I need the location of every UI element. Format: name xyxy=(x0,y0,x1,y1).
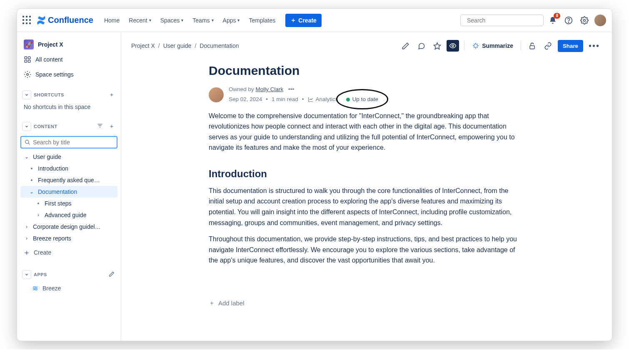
section-label: SHORTCUTS xyxy=(34,92,64,97)
svg-point-3 xyxy=(568,22,569,22)
divider xyxy=(464,41,464,50)
filter-icon xyxy=(97,123,103,129)
grid-icon xyxy=(24,56,31,63)
owner-avatar-icon[interactable] xyxy=(209,87,224,102)
tree-introduction[interactable]: • Introduction xyxy=(20,163,117,174)
status-label: Up to date xyxy=(352,95,378,104)
svg-rect-17 xyxy=(530,45,534,49)
page-byline: Owned by Molly Clark ••• Sep 02, 2024 • … xyxy=(209,85,525,105)
owner-more-button[interactable]: ••• xyxy=(288,86,294,92)
comment-button[interactable] xyxy=(415,40,427,52)
edit-button[interactable] xyxy=(399,40,412,52)
help-button[interactable] xyxy=(562,14,575,27)
chevron-right-icon: › xyxy=(23,224,30,230)
chevron-right-icon: › xyxy=(35,212,42,218)
edit-apps-button[interactable] xyxy=(107,271,116,278)
chevron-down-icon: ⌄ xyxy=(28,189,35,195)
owner-link[interactable]: Molly Clark xyxy=(256,86,284,92)
nav-templates[interactable]: Templates xyxy=(245,15,280,26)
app-breeze[interactable]: ≋ Breeze xyxy=(20,281,117,296)
help-icon xyxy=(564,16,573,25)
shortcuts-section-header: SHORTCUTS ＋ xyxy=(20,89,117,101)
nav-recent[interactable]: Recent▾ xyxy=(125,15,155,26)
copy-link-button[interactable] xyxy=(542,40,554,52)
tree-item-label: Documentation xyxy=(38,188,77,195)
section-label: APPS xyxy=(34,272,47,277)
nav-spaces[interactable]: Spaces▾ xyxy=(156,15,188,26)
sidebar: 🚀 Project X All content Space settings S… xyxy=(17,32,121,341)
tree-search[interactable] xyxy=(20,136,117,149)
collapse-toggle[interactable] xyxy=(22,90,31,99)
section-heading: Introduction xyxy=(209,168,525,180)
owned-by-prefix: Owned by xyxy=(229,86,256,92)
share-button[interactable]: Share xyxy=(558,40,583,52)
top-nav: Confluence Home Recent▾ Spaces▾ Teams▾ A… xyxy=(17,9,612,32)
create-button[interactable]: ＋ Create xyxy=(285,14,322,27)
bullet-icon: • xyxy=(28,165,35,172)
space-icon: 🚀 xyxy=(24,40,34,50)
sidebar-space-settings[interactable]: Space settings xyxy=(20,68,117,81)
tree-faq[interactable]: • Frequently asked que… xyxy=(20,174,117,186)
collapse-toggle[interactable] xyxy=(22,122,31,131)
settings-button[interactable] xyxy=(578,14,591,27)
chevron-down-icon: ⌄ xyxy=(23,154,30,160)
plus-icon: ＋ xyxy=(23,248,30,258)
tree-documentation[interactable]: ⌄ Documentation xyxy=(20,186,117,198)
nav-home[interactable]: Home xyxy=(100,15,124,26)
analytics-link[interactable]: Analytics xyxy=(308,95,338,104)
app-switcher-icon[interactable] xyxy=(22,15,32,25)
content-section-header: CONTENT ＋ xyxy=(20,120,117,133)
collapse-toggle[interactable] xyxy=(22,270,31,279)
pencil-icon xyxy=(402,42,409,50)
filter-button[interactable] xyxy=(96,123,104,130)
breadcrumb-current[interactable]: Documentation xyxy=(200,42,239,49)
tree-breeze-reports[interactable]: › Breeze reports xyxy=(20,233,117,244)
watch-button[interactable] xyxy=(447,40,459,52)
sidebar-all-content[interactable]: All content xyxy=(20,53,117,66)
global-search[interactable] xyxy=(460,15,544,26)
star-button[interactable] xyxy=(431,40,443,52)
svg-rect-8 xyxy=(28,60,30,62)
add-label-text: Add label xyxy=(218,300,245,307)
more-actions-button[interactable]: ••• xyxy=(587,41,602,51)
page-actions: Summarize Share ••• xyxy=(399,40,602,52)
notifications-button[interactable]: 8 xyxy=(546,14,559,27)
lock-open-icon xyxy=(528,42,536,50)
profile-button[interactable] xyxy=(594,14,607,27)
bullet-icon: • xyxy=(28,177,35,183)
sidebar-item-label: Space settings xyxy=(35,71,74,78)
tree-advanced-guide[interactable]: › Advanced guide xyxy=(20,209,117,221)
nav-apps[interactable]: Apps▾ xyxy=(219,15,244,26)
sidebar-create-button[interactable]: ＋ Create xyxy=(20,244,117,261)
main-content: Project X / User guide / Documentation xyxy=(121,32,612,341)
apps-section-header: APPS xyxy=(20,268,117,281)
link-icon xyxy=(544,42,552,50)
breadcrumb-link[interactable]: Project X xyxy=(131,42,155,49)
add-shortcut-button[interactable]: ＋ xyxy=(107,91,116,99)
confluence-logo[interactable]: Confluence xyxy=(36,15,93,25)
plus-icon: ＋ xyxy=(290,17,296,24)
tree-search-input[interactable] xyxy=(33,139,113,146)
summarize-button[interactable]: Summarize xyxy=(469,40,516,51)
search-input[interactable] xyxy=(467,17,540,24)
tree-item-label: Corporate design guidel… xyxy=(33,223,101,230)
nav-teams[interactable]: Teams▾ xyxy=(188,15,217,26)
add-content-button[interactable]: ＋ xyxy=(107,123,116,130)
summarize-label: Summarize xyxy=(482,42,513,49)
svg-line-14 xyxy=(28,143,30,145)
space-header[interactable]: 🚀 Project X xyxy=(20,38,117,51)
avatar-icon xyxy=(594,15,606,26)
breeze-icon: ≋ xyxy=(32,284,38,293)
add-label-button[interactable]: ＋ Add label xyxy=(209,299,525,307)
svg-point-16 xyxy=(452,45,454,47)
paragraph: Throughout this documentation, we provid… xyxy=(209,234,525,266)
tree-user-guide[interactable]: ⌄ User guide xyxy=(20,151,117,163)
analytics-label: Analytics xyxy=(316,95,338,104)
comment-icon xyxy=(417,42,425,50)
breadcrumb-link[interactable]: User guide xyxy=(163,42,192,49)
restrictions-button[interactable] xyxy=(526,40,539,52)
page-status-chip[interactable]: Up to date xyxy=(342,94,382,104)
tree-first-steps[interactable]: • First steps xyxy=(20,198,117,209)
tree-corporate-design[interactable]: › Corporate design guidel… xyxy=(20,221,117,233)
svg-rect-6 xyxy=(28,57,30,59)
